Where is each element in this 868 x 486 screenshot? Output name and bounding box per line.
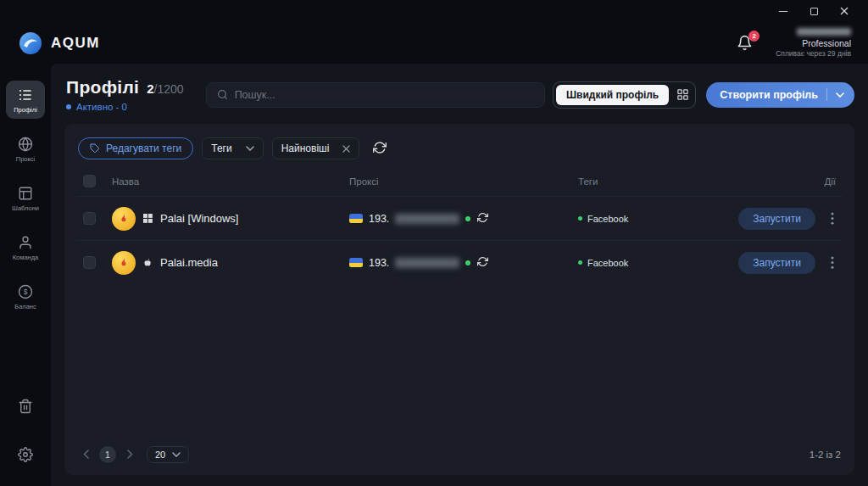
proxy-ip-prefix: 193. (369, 257, 389, 269)
proxy-cell: 193. (349, 256, 578, 269)
user-plan: Professional (776, 38, 851, 49)
close-button[interactable] (829, 0, 860, 22)
proxy-cell: 193. (349, 212, 578, 225)
profile-avatar (112, 207, 136, 231)
maximize-button[interactable] (798, 0, 829, 22)
filters-bar: Редагувати теги Теги Найновіші (78, 137, 843, 159)
table-header-row: Назва Проксі Теги Дії (76, 170, 843, 196)
current-page-button[interactable]: 1 (99, 446, 116, 463)
tags-filter-select[interactable]: Теги (202, 137, 263, 159)
row-menu-button[interactable] (827, 212, 837, 226)
proxy-refresh-button[interactable] (476, 212, 489, 225)
proxy-refresh-button[interactable] (476, 256, 489, 269)
prev-page-button[interactable] (80, 449, 92, 461)
chevron-down-icon (172, 452, 181, 457)
search-box[interactable] (206, 82, 545, 108)
refresh-list-button[interactable] (371, 140, 388, 157)
quick-profile-group: Швидкий профіль (553, 81, 696, 109)
profiles-list-icon (18, 87, 33, 103)
aqum-logo-icon (19, 31, 42, 55)
app-header: AQUM 2 Professional Спливає через 29 дні… (0, 22, 868, 64)
trash-button[interactable] (17, 399, 34, 416)
create-profile-button[interactable]: Створити профіль (706, 82, 854, 108)
sidebar-item-templates[interactable]: Шаблони (6, 179, 45, 217)
grid-icon (676, 88, 689, 101)
window-titlebar (0, 0, 868, 22)
next-page-button[interactable] (124, 449, 136, 461)
sidebar-label: Баланс (14, 303, 36, 310)
run-profile-button[interactable]: Запустити (738, 208, 815, 230)
table-row: Palai [Windows] 193. Facebook (76, 196, 843, 240)
search-input[interactable] (235, 89, 534, 101)
profile-name[interactable]: Palai [Windows] (160, 212, 238, 225)
table-row: Palai.media 193. Facebook (76, 240, 843, 284)
sidebar-item-team[interactable]: Команда (6, 228, 45, 266)
sidebar-label: Проксі (16, 155, 36, 163)
actions-cell: Запустити (726, 252, 837, 274)
settings-button[interactable] (17, 447, 34, 464)
grid-view-button[interactable] (672, 85, 693, 105)
chevron-left-icon (83, 450, 89, 459)
tags-filter-value: Теги (211, 142, 231, 154)
app-body: Профілі Проксі Шаблони Команда $ Баланс (0, 64, 868, 486)
dollar-circle-icon: $ (18, 284, 33, 299)
profiles-card: Редагувати теги Теги Найновіші (64, 124, 854, 475)
select-all-checkbox[interactable] (83, 175, 96, 187)
active-status: Активно - 0 (66, 102, 184, 112)
profiles-count: 2 (147, 81, 153, 96)
chevron-right-icon (127, 450, 133, 459)
user-menu[interactable]: Professional Спливає через 29 днів (776, 28, 851, 59)
brand-name: AQUM (51, 35, 100, 52)
tag-label: Facebook (587, 258, 628, 268)
tag-label: Facebook (587, 214, 628, 224)
edit-tags-button[interactable]: Редагувати теги (78, 137, 193, 159)
row-checkbox[interactable] (83, 212, 96, 225)
minimize-button[interactable] (768, 0, 798, 22)
proxy-ip-blurred (395, 214, 459, 224)
header-actions: Швидкий профіль Створити профіль (553, 81, 854, 109)
page-size-value: 20 (155, 450, 165, 460)
proxy-status-dot (465, 260, 470, 265)
page-size-select[interactable]: 20 (147, 446, 189, 463)
flame-icon (118, 213, 130, 225)
dots-vertical-icon (831, 256, 834, 269)
proxy-status-dot (465, 216, 470, 221)
button-divider (826, 88, 827, 101)
pagination-range-label: 1-2 із 2 (810, 450, 841, 460)
tag-dot (578, 260, 582, 265)
active-status-label: Активно - 0 (76, 102, 127, 112)
column-header-tags: Теги (578, 176, 726, 187)
profile-name-cell: Palai.media (112, 251, 349, 275)
sidebar-item-balance[interactable]: $ Баланс (6, 277, 45, 316)
sidebar-label: Профілі (14, 106, 37, 114)
sort-filter-select[interactable]: Найновіші (272, 137, 360, 159)
profile-name[interactable]: Palai.media (160, 256, 218, 269)
globe-icon (18, 137, 33, 152)
header-right: 2 Professional Спливає через 29 днів (737, 28, 851, 59)
clear-filter-icon[interactable] (342, 145, 350, 153)
row-checkbox[interactable] (83, 256, 96, 269)
row-menu-button[interactable] (827, 256, 837, 270)
profiles-limit: /1200 (154, 82, 184, 96)
notifications-button[interactable]: 2 (737, 35, 754, 52)
refresh-icon (477, 256, 488, 267)
sidebar: Профілі Проксі Шаблони Команда $ Баланс (0, 64, 51, 486)
app-window: AQUM 2 Professional Спливає через 29 дні… (0, 0, 868, 486)
proxy-ip-prefix: 193. (369, 213, 389, 225)
search-icon (217, 89, 228, 100)
column-header-proxy: Проксі (349, 176, 578, 187)
plan-expiry-note: Спливає через 29 днів (776, 49, 851, 58)
svg-text:$: $ (24, 288, 28, 296)
dots-vertical-icon (831, 212, 834, 225)
windows-icon (143, 214, 153, 223)
user-name-blurred (797, 28, 851, 36)
sidebar-item-proxies[interactable]: Проксі (6, 130, 45, 168)
page-title: Профілі (66, 77, 139, 98)
chevron-down-icon (836, 92, 844, 98)
run-profile-button[interactable]: Запустити (738, 252, 815, 274)
sidebar-item-profiles[interactable]: Профілі (6, 81, 45, 119)
notification-badge: 2 (748, 31, 760, 42)
active-dot (66, 104, 71, 109)
quick-profile-button[interactable]: Швидкий профіль (556, 85, 669, 105)
proxy-ip-blurred (395, 258, 459, 268)
